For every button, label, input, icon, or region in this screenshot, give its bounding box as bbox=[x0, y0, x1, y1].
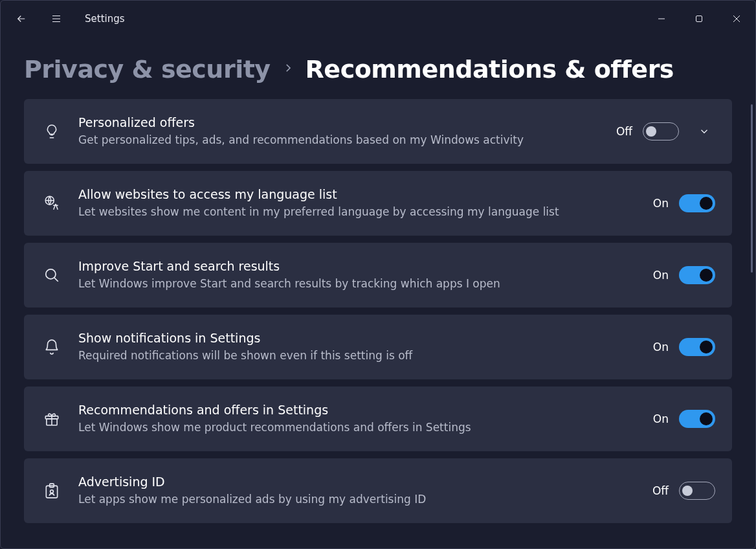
svg-rect-4 bbox=[696, 16, 702, 22]
setting-notifications-in-settings[interactable]: Show notifications in Settings Required … bbox=[24, 315, 732, 379]
setting-controls: On bbox=[653, 338, 715, 356]
minimize-button[interactable] bbox=[643, 6, 680, 32]
setting-body: Personalized offers Get personalized tip… bbox=[78, 115, 601, 148]
lightbulb-icon bbox=[41, 123, 63, 140]
setting-controls: Off bbox=[652, 482, 715, 500]
search-icon bbox=[41, 267, 63, 284]
toggle-state-label: On bbox=[653, 341, 669, 353]
setting-body: Allow websites to access my language lis… bbox=[78, 186, 638, 219]
setting-title: Allow websites to access my language lis… bbox=[78, 186, 638, 203]
setting-controls: On bbox=[653, 194, 715, 212]
setting-title: Recommendations and offers in Settings bbox=[78, 402, 638, 419]
setting-description: Let websites show me content in my prefe… bbox=[78, 205, 638, 220]
setting-title: Show notifications in Settings bbox=[78, 330, 638, 347]
toggle-personalized-offers[interactable] bbox=[643, 122, 679, 140]
breadcrumb-parent[interactable]: Privacy & security bbox=[24, 55, 271, 84]
setting-controls: On bbox=[653, 266, 715, 284]
setting-title: Advertising ID bbox=[78, 474, 637, 491]
arrow-left-icon bbox=[16, 13, 27, 25]
toggle-notifications-in-settings[interactable] bbox=[679, 338, 715, 356]
page-title: Recommendations & offers bbox=[306, 55, 674, 84]
window-title: Settings bbox=[85, 13, 125, 25]
close-button[interactable] bbox=[718, 6, 755, 32]
toggle-language-list[interactable] bbox=[679, 194, 715, 212]
setting-controls: Off bbox=[616, 120, 715, 142]
setting-body: Recommendations and offers in Settings L… bbox=[78, 402, 638, 435]
setting-title: Personalized offers bbox=[78, 115, 601, 131]
toggle-state-label: Off bbox=[652, 484, 669, 497]
title-bar: Settings bbox=[1, 1, 755, 37]
chevron-right-icon bbox=[282, 62, 294, 76]
toggle-recs-in-settings[interactable] bbox=[679, 410, 715, 428]
setting-description: Get personalized tips, ads, and recommen… bbox=[78, 133, 601, 148]
setting-improve-start-search[interactable]: Improve Start and search results Let Win… bbox=[24, 243, 732, 308]
title-bar-left: Settings bbox=[8, 6, 125, 32]
window-controls bbox=[643, 6, 755, 32]
setting-description: Let Windows improve Start and search res… bbox=[78, 276, 638, 292]
toggle-state-label: On bbox=[653, 412, 669, 425]
setting-title: Improve Start and search results bbox=[78, 258, 638, 275]
minimize-icon bbox=[658, 15, 665, 23]
close-icon bbox=[733, 15, 740, 23]
back-button[interactable] bbox=[8, 6, 34, 32]
breadcrumb: Privacy & security Recommendations & off… bbox=[1, 37, 755, 99]
scrollbar[interactable] bbox=[751, 104, 753, 273]
toggle-state-label: On bbox=[653, 197, 669, 210]
svg-point-15 bbox=[50, 490, 54, 493]
maximize-icon bbox=[695, 15, 703, 23]
setting-body: Improve Start and search results Let Win… bbox=[78, 258, 638, 291]
setting-body: Show notifications in Settings Required … bbox=[78, 330, 638, 363]
setting-advertising-id[interactable]: Advertising ID Let apps show me personal… bbox=[24, 458, 732, 523]
setting-controls: On bbox=[653, 410, 715, 428]
setting-description: Let apps show me personalized ads by usi… bbox=[78, 492, 637, 508]
menu-button[interactable] bbox=[43, 6, 69, 32]
toggle-advertising-id[interactable] bbox=[679, 482, 715, 500]
gift-icon bbox=[41, 410, 63, 427]
setting-body: Advertising ID Let apps show me personal… bbox=[78, 474, 637, 507]
toggle-state-label: Off bbox=[616, 125, 632, 138]
toggle-improve-start-search[interactable] bbox=[679, 266, 715, 284]
id-card-icon bbox=[41, 482, 63, 499]
bell-icon bbox=[41, 339, 63, 355]
settings-list: Personalized offers Get personalized tip… bbox=[1, 99, 755, 535]
maximize-button[interactable] bbox=[680, 6, 718, 32]
expand-button[interactable] bbox=[693, 120, 715, 142]
setting-description: Let Windows show me product recommendati… bbox=[78, 420, 638, 436]
setting-language-list[interactable]: Allow websites to access my language lis… bbox=[24, 171, 732, 236]
globe-translate-icon bbox=[41, 195, 63, 212]
setting-recs-in-settings[interactable]: Recommendations and offers in Settings L… bbox=[24, 387, 732, 451]
setting-personalized-offers[interactable]: Personalized offers Get personalized tip… bbox=[24, 99, 732, 164]
toggle-state-label: On bbox=[653, 269, 669, 282]
chevron-down-icon bbox=[698, 126, 710, 137]
hamburger-icon bbox=[50, 13, 62, 25]
setting-description: Required notifications will be shown eve… bbox=[78, 348, 638, 364]
svg-point-8 bbox=[46, 269, 56, 279]
svg-line-9 bbox=[54, 278, 58, 282]
